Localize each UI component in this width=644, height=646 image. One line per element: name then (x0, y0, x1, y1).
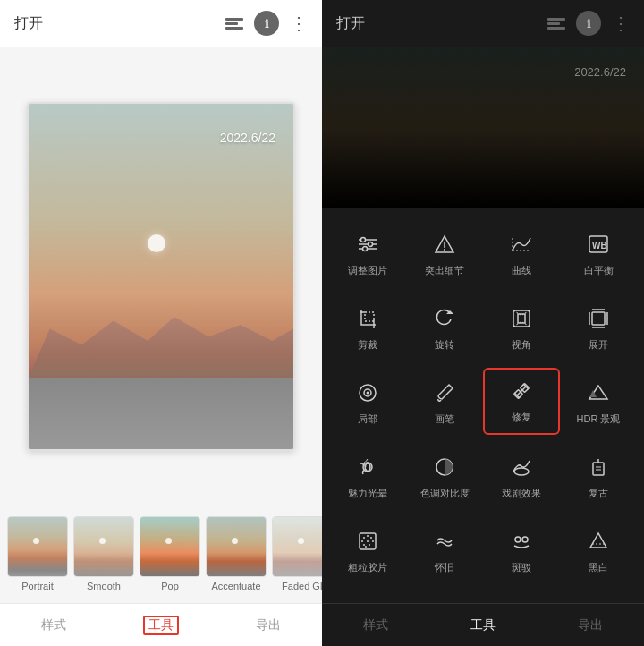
svg-point-5 (363, 247, 368, 251)
tool-film[interactable]: 黑白电影 (329, 591, 406, 603)
tool-beauty[interactable]: 美颜 (406, 591, 483, 603)
tool-wb[interactable]: WB 白平衡 (560, 219, 637, 286)
right-tab-style[interactable]: 样式 (322, 610, 429, 641)
tool-brush[interactable]: 画笔 (406, 368, 483, 435)
grain-icon (352, 525, 384, 557)
tab-export-label-left: 导出 (256, 617, 281, 633)
tool-adjust[interactable]: 调整图片 (329, 219, 406, 286)
tool-label-drama: 戏剧效果 (502, 487, 541, 500)
tool-label-tone: 色调对比度 (420, 487, 470, 500)
tool-drama[interactable]: 戏剧效果 (483, 442, 560, 509)
perspective-icon (505, 302, 538, 335)
tool-label-perspective: 视角 (512, 338, 531, 352)
tool-hdr[interactable]: HDR 景观 (560, 368, 637, 435)
right-header-icons: ℹ ⋮ (547, 11, 630, 36)
bw-icon (582, 525, 614, 557)
tab-tools-left[interactable]: 工具 (107, 608, 215, 642)
tool-row-4: 魅力光晕 色调对比度 戏剧效果 (322, 438, 644, 513)
tool-row-6: 黑白电影 美颜 (322, 587, 644, 603)
svg-point-46 (515, 537, 521, 542)
tool-label-mottled: 斑驳 (512, 561, 531, 574)
tool-retro[interactable]: 怀旧 (406, 516, 483, 583)
tool-row-5: 粗粒胶片 怀旧 斑驳 (322, 513, 644, 587)
moon (148, 234, 165, 252)
more-icon[interactable]: ⋮ (290, 13, 308, 34)
svg-rect-33 (593, 463, 604, 475)
right-image-area: 2022.6/22 (322, 47, 644, 208)
svg-rect-16 (518, 314, 525, 323)
tool-row-3: 局部 画笔 (322, 364, 644, 438)
tool-row-2: 剪裁 旋转 (322, 290, 644, 364)
left-photo: 2022.6/22 (27, 102, 295, 451)
tool-pose[interactable]: 斗帆姿势 (483, 591, 560, 603)
thumb-label-pop: Pop (161, 581, 179, 591)
tool-tone[interactable]: 色调对比度 (406, 442, 483, 509)
tool-label-crop: 剪裁 (358, 338, 377, 352)
tool-mottled[interactable]: 斑驳 (483, 516, 560, 583)
vintage-icon (582, 451, 614, 483)
left-header-icons: ℹ ⋮ (225, 11, 308, 36)
thumb-label-portrait: Portrait (21, 581, 53, 591)
svg-point-41 (367, 540, 369, 542)
local-icon (352, 377, 384, 409)
detail-icon (428, 228, 461, 260)
photo-date: 2022.6/22 (220, 131, 275, 145)
tab-style-left[interactable]: 样式 (0, 610, 107, 641)
svg-point-31 (514, 468, 529, 475)
svg-point-47 (522, 537, 528, 542)
thumb-portrait[interactable]: Portrait (7, 516, 68, 591)
tools-grid: 调整图片 突出细节 (322, 208, 644, 603)
tool-glow[interactable]: 魅力光晕 (329, 442, 406, 509)
tool-vintage[interactable]: 复古 (560, 442, 637, 509)
water (29, 378, 293, 449)
tab-style-label-left: 样式 (41, 617, 66, 633)
tool-label-retro: 怀旧 (435, 561, 454, 574)
tool-rotate[interactable]: 旋转 (406, 293, 483, 361)
expand-icon (582, 302, 614, 335)
mottled-icon (505, 525, 538, 557)
tool-curves[interactable]: 曲线 (483, 219, 560, 286)
right-tab-export-label: 导出 (578, 617, 603, 633)
tool-perspective[interactable]: 视角 (483, 293, 560, 361)
tool-label-wb: 白平衡 (584, 264, 614, 277)
tool-detail[interactable]: 突出细节 (406, 219, 483, 286)
svg-rect-13 (365, 312, 374, 321)
tab-export-left[interactable]: 导出 (215, 610, 322, 641)
repair-icon (505, 375, 538, 407)
svg-point-4 (369, 242, 373, 247)
svg-point-38 (367, 535, 369, 537)
tool-repair[interactable]: 修复 (483, 368, 560, 435)
tool-expand[interactable]: 展开 (560, 293, 637, 361)
tool-grain[interactable]: 粗粒胶片 (329, 516, 406, 583)
svg-rect-17 (592, 312, 605, 325)
right-tab-export[interactable]: 导出 (537, 610, 644, 641)
thumb-label-accentuate: Accentuate (211, 581, 260, 591)
right-more-icon[interactable]: ⋮ (612, 13, 630, 34)
tool-bw[interactable]: 黑白 (560, 516, 637, 583)
right-bottom-tabs: 样式 工具 导出 (322, 603, 644, 646)
crop-icon (352, 302, 384, 335)
thumb-pop[interactable]: Pop (140, 516, 200, 591)
right-layers-icon[interactable] (547, 18, 565, 30)
curves-icon (505, 228, 538, 260)
thumb-smooth[interactable]: Smooth (73, 516, 134, 591)
layers-icon[interactable] (225, 18, 243, 30)
svg-point-39 (370, 537, 372, 539)
thumb-faded[interactable]: Faded GI (272, 516, 322, 591)
tool-local[interactable]: 局部 (329, 368, 406, 435)
right-header: 打开 ℹ ⋮ (322, 0, 644, 47)
svg-rect-15 (513, 310, 530, 327)
right-info-icon[interactable]: ℹ (576, 11, 601, 36)
tool-label-glow: 魅力光晕 (348, 487, 387, 500)
tool-label-bw: 黑白 (589, 561, 608, 574)
info-icon[interactable]: ℹ (254, 11, 279, 36)
left-bottom-tabs: 样式 工具 导出 (0, 603, 322, 646)
thumb-accentuate[interactable]: Accentuate (206, 516, 267, 591)
right-tab-tools-label: 工具 (470, 617, 496, 633)
svg-point-43 (363, 544, 365, 546)
tool-lens[interactable]: 镜头·椒糊 (560, 591, 637, 603)
thumbnails-strip: Portrait Smooth Pop Accentuate (0, 505, 322, 603)
glow-icon (352, 451, 384, 483)
right-tab-tools[interactable]: 工具 (429, 610, 537, 641)
tool-crop[interactable]: 剪裁 (329, 293, 406, 361)
